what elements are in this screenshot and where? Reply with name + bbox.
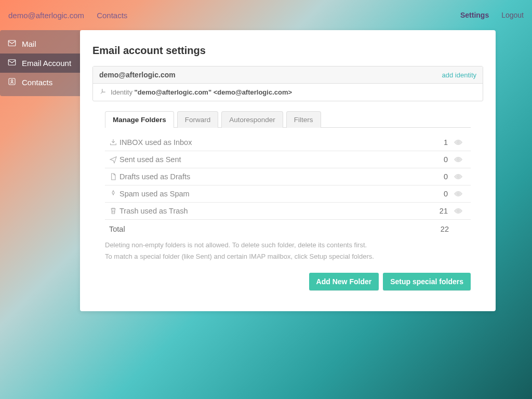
- spam-icon: [107, 190, 119, 198]
- total-count: 22: [427, 225, 469, 233]
- topbar: demo@afterlogic.com Contacts Settings Lo…: [0, 0, 532, 30]
- total-label: Total: [107, 225, 427, 233]
- eye-icon[interactable]: [448, 172, 469, 181]
- sidebar-item-mail[interactable]: Mail: [0, 34, 80, 54]
- tabs: Manage Folders Forward Autoresponder Fil…: [105, 111, 483, 127]
- sent-icon: [107, 155, 119, 164]
- folder-panel: INBOX used as Inbox 1 Sent used as Sent …: [105, 127, 471, 236]
- add-identity-link[interactable]: add identity: [442, 71, 477, 79]
- folder-name: Trash used as Trash: [119, 207, 427, 215]
- eye-icon[interactable]: [448, 189, 469, 198]
- eye-icon[interactable]: [448, 138, 469, 147]
- sidebar-item-email-account[interactable]: Email Account: [0, 54, 80, 73]
- page-title: Email account settings: [92, 45, 483, 57]
- sidebar-item-label: Contacts: [22, 78, 52, 87]
- folder-name: Drafts used as Drafts: [119, 172, 427, 181]
- drafts-icon: [107, 172, 119, 181]
- tab-forward[interactable]: Forward: [177, 111, 219, 128]
- envelope-icon: [7, 38, 17, 49]
- account-header: demo@afterlogic.com add identity: [93, 66, 483, 84]
- sidebar-item-label: Email Account: [22, 59, 71, 68]
- svg-point-8: [457, 210, 459, 212]
- svg-point-4: [457, 141, 459, 143]
- folder-count: 1: [427, 138, 448, 147]
- folder-name: Spam used as Spam: [119, 190, 427, 198]
- folder-row-spam[interactable]: Spam used as Spam 0: [105, 185, 471, 203]
- identity-row[interactable]: Identity "demo@afterlogic.com" <demo@aft…: [93, 84, 483, 101]
- tab-manage-folders[interactable]: Manage Folders: [105, 111, 174, 128]
- button-row: Add New Folder Setup special folders: [105, 273, 471, 290]
- envelope-icon: [7, 58, 17, 69]
- folder-row-trash[interactable]: Trash used as Trash 21: [105, 203, 471, 220]
- folder-name: INBOX used as Inbox: [119, 138, 427, 147]
- trash-icon: [107, 207, 119, 215]
- total-row: Total 22: [105, 220, 471, 236]
- collapse-arrow-icon: [99, 88, 107, 97]
- content-panel: Email account settings demo@afterlogic.c…: [80, 30, 496, 311]
- help-line-2: To match a special folder (like Sent) an…: [105, 251, 471, 262]
- inbox-icon: [107, 138, 119, 147]
- tab-filters[interactable]: Filters: [286, 111, 321, 128]
- folder-count: 21: [427, 207, 448, 215]
- topbar-logout[interactable]: Logout: [501, 11, 524, 19]
- help-text: Deleting non-empty folders is not allowe…: [105, 240, 471, 262]
- folder-count: 0: [427, 155, 448, 164]
- contacts-icon: [7, 77, 17, 88]
- setup-special-folders-button[interactable]: Setup special folders: [383, 273, 471, 290]
- folder-row-sent[interactable]: Sent used as Sent 0: [105, 151, 471, 168]
- eye-icon[interactable]: [448, 206, 469, 216]
- folder-name: Sent used as Sent: [119, 155, 427, 164]
- svg-point-7: [457, 193, 459, 195]
- sidebar-item-label: Mail: [22, 39, 36, 48]
- svg-point-5: [457, 158, 459, 161]
- svg-rect-1: [8, 60, 16, 65]
- folder-count: 0: [427, 172, 448, 181]
- folder-row-inbox[interactable]: INBOX used as Inbox 1: [105, 134, 471, 151]
- svg-rect-0: [8, 41, 16, 46]
- folder-row-drafts[interactable]: Drafts used as Drafts 0: [105, 168, 471, 185]
- eye-icon[interactable]: [448, 155, 469, 164]
- account-box: demo@afterlogic.com add identity Identit…: [92, 66, 483, 101]
- sidebar-item-contacts[interactable]: Contacts: [0, 73, 80, 92]
- svg-point-3: [11, 80, 13, 82]
- identity-text: Identity "demo@afterlogic.com" <demo@aft…: [111, 88, 292, 96]
- sidebar: Mail Email Account Contacts: [0, 30, 80, 96]
- topbar-contacts[interactable]: Contacts: [97, 11, 127, 20]
- svg-point-6: [457, 176, 459, 178]
- folder-count: 0: [427, 190, 448, 198]
- tab-autoresponder[interactable]: Autoresponder: [221, 111, 283, 128]
- topbar-email[interactable]: demo@afterlogic.com: [8, 11, 84, 20]
- topbar-settings[interactable]: Settings: [460, 11, 489, 19]
- account-email: demo@afterlogic.com: [99, 71, 176, 79]
- add-new-folder-button[interactable]: Add New Folder: [309, 273, 379, 290]
- help-line-1: Deleting non-empty folders is not allowe…: [105, 240, 471, 251]
